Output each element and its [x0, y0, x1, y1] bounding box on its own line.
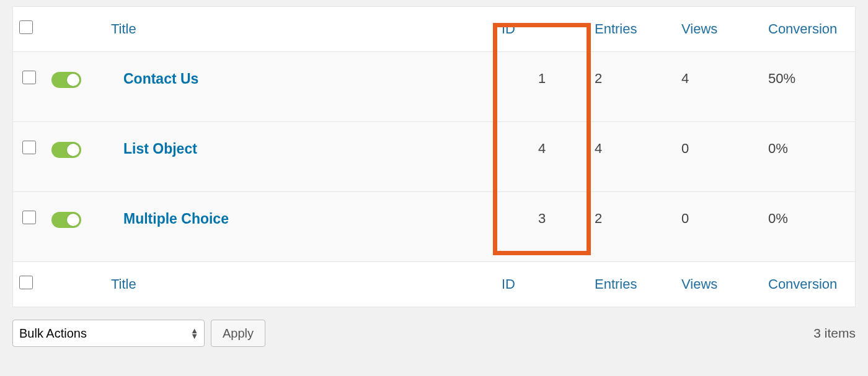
row-check-cell[interactable] [13, 192, 45, 261]
title-column-label: Title [111, 21, 136, 37]
table-header-row: Title ID Entries Views Conversion [13, 7, 855, 52]
conversion-column-label: Conversion [768, 21, 837, 37]
tablenav-bottom: Bulk Actions ▲▼ Apply 3 items [12, 307, 856, 347]
toggle-knob-icon [67, 214, 79, 226]
row-toggle-cell [45, 122, 105, 192]
row-conversion-cell: 0% [762, 122, 855, 192]
row-title-cell: List Object [105, 122, 495, 192]
bulk-actions: Bulk Actions ▲▼ Apply [12, 320, 265, 347]
title-column-footer[interactable]: Title [105, 261, 495, 307]
item-count: 3 items [813, 326, 856, 341]
form-title-link[interactable]: List Object [111, 141, 197, 157]
toggle-knob-icon [67, 74, 79, 86]
row-toggle-cell [45, 52, 105, 122]
entries-column-footer-label: Entries [595, 276, 637, 292]
select-all-checkbox[interactable] [19, 20, 33, 34]
row-id-cell: 4 [495, 122, 588, 192]
conversion-column-footer[interactable]: Conversion [762, 261, 855, 307]
toggle-column-footer [45, 261, 105, 307]
entries-column-header[interactable]: Entries [588, 7, 675, 52]
bulk-actions-select[interactable]: Bulk Actions [12, 320, 205, 347]
select-all-header[interactable] [13, 7, 45, 52]
active-toggle[interactable] [51, 212, 81, 228]
id-column-header[interactable]: ID [495, 7, 588, 52]
toggle-column-header [45, 7, 105, 52]
apply-button[interactable]: Apply [211, 320, 265, 347]
active-toggle[interactable] [51, 72, 81, 88]
title-column-footer-label: Title [111, 276, 136, 292]
forms-table: Title ID Entries Views Conversion [12, 6, 856, 307]
row-id-cell: 1 [495, 52, 588, 122]
row-views-cell: 4 [675, 52, 762, 122]
row-conversion-cell: 0% [762, 192, 855, 261]
views-column-footer[interactable]: Views [675, 261, 762, 307]
row-conversion-cell: 50% [762, 52, 855, 122]
row-check-cell[interactable] [13, 122, 45, 192]
row-views-cell: 0 [675, 122, 762, 192]
select-all-footer-checkbox[interactable] [19, 276, 33, 289]
active-toggle[interactable] [51, 142, 81, 158]
id-column-footer-label: ID [502, 276, 515, 292]
row-id-cell: 3 [495, 192, 588, 261]
row-checkbox[interactable] [22, 71, 36, 84]
row-checkbox[interactable] [22, 141, 36, 154]
row-entries-cell[interactable]: 2 [588, 192, 675, 261]
table-row: Multiple Choice3200% [13, 192, 855, 261]
row-title-cell: Multiple Choice [105, 192, 495, 261]
views-column-footer-label: Views [681, 276, 717, 292]
id-column-label: ID [502, 21, 515, 37]
row-entries-cell[interactable]: 2 [588, 52, 675, 122]
row-title-cell: Contact Us [105, 52, 495, 122]
views-column-header[interactable]: Views [675, 7, 762, 52]
row-toggle-cell [45, 192, 105, 261]
form-title-link[interactable]: Multiple Choice [111, 211, 229, 227]
id-column-footer[interactable]: ID [495, 261, 588, 307]
toggle-knob-icon [67, 144, 79, 156]
row-entries-cell[interactable]: 4 [588, 122, 675, 192]
forms-table-wrap: Title ID Entries Views Conversion [12, 6, 856, 307]
table-row: List Object4400% [13, 122, 855, 192]
views-column-label: Views [681, 21, 717, 37]
table-row: Contact Us12450% [13, 52, 855, 122]
entries-column-label: Entries [595, 21, 637, 37]
row-checkbox[interactable] [22, 211, 36, 224]
entries-column-footer[interactable]: Entries [588, 261, 675, 307]
conversion-column-header[interactable]: Conversion [762, 7, 855, 52]
row-views-cell: 0 [675, 192, 762, 261]
table-footer-row: Title ID Entries Views Conversion [13, 261, 855, 307]
conversion-column-footer-label: Conversion [768, 276, 837, 292]
row-check-cell[interactable] [13, 52, 45, 122]
title-column-header[interactable]: Title [105, 7, 495, 52]
form-title-link[interactable]: Contact Us [111, 71, 198, 87]
select-all-footer[interactable] [13, 261, 45, 307]
